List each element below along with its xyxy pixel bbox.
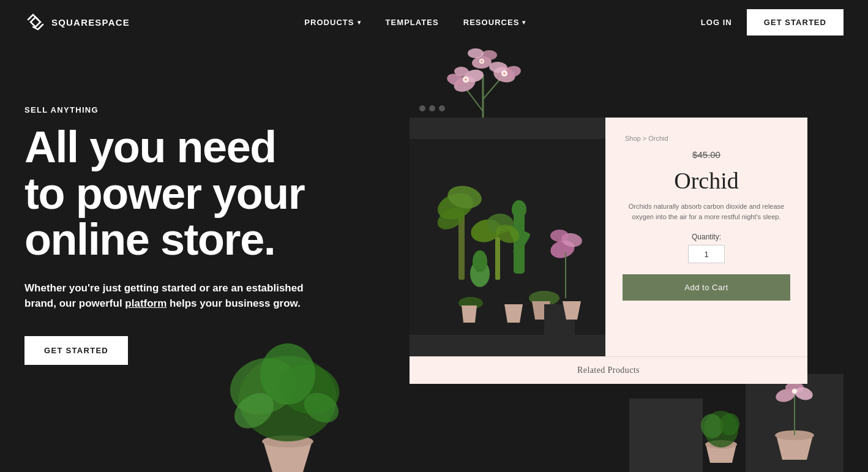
- nav-products[interactable]: PRODUCTS ▾: [304, 18, 361, 27]
- nav-center: PRODUCTS ▾ TEMPLATES RESOURCES ▾: [304, 18, 526, 27]
- hero-headline: All you need to power your online store.: [24, 124, 306, 263]
- browser-chrome: [410, 99, 807, 118]
- price-area: $45.00: [692, 149, 720, 163]
- pedestal-center: [629, 399, 703, 472]
- add-to-cart-button[interactable]: Add to Cart: [623, 274, 790, 301]
- brand-name: SQUARESPACE: [51, 17, 130, 28]
- hero-content: SELL ANYTHING All you need to power your…: [24, 105, 306, 365]
- quantity-label: Quantity:: [692, 233, 721, 241]
- nav-templates[interactable]: TEMPLATES: [386, 18, 439, 27]
- get-started-hero-button[interactable]: GET STARTED: [24, 336, 128, 365]
- svg-point-8: [465, 78, 467, 81]
- svg-point-13: [503, 72, 506, 75]
- get-started-nav-button[interactable]: GET STARTED: [747, 9, 844, 36]
- products-chevron-icon: ▾: [357, 19, 361, 26]
- nav-right: LOG IN GET STARTED: [701, 9, 844, 36]
- price-strikethrough: [692, 155, 720, 155]
- svg-point-15: [481, 50, 497, 60]
- product-card-window: Shop > Orchid $45.00 Orchid Orchids natu…: [410, 99, 807, 384]
- plants-group: [410, 118, 605, 356]
- resources-chevron-icon: ▾: [522, 19, 526, 26]
- browser-dot-2: [429, 105, 435, 111]
- svg-point-18: [481, 60, 483, 62]
- squarespace-logo-icon: [24, 11, 47, 33]
- quantity-input[interactable]: [688, 245, 725, 263]
- hero-section: SELL ANYTHING All you need to power your…: [0, 44, 868, 472]
- product-image: [410, 118, 605, 356]
- browser-dot-1: [419, 105, 425, 111]
- svg-point-58: [550, 230, 569, 242]
- svg-rect-52: [495, 237, 500, 280]
- product-price: $45.00: [692, 149, 720, 160]
- svg-point-43: [512, 200, 526, 219]
- nav-resources[interactable]: RESOURCES ▾: [463, 18, 526, 27]
- svg-point-47: [473, 250, 487, 272]
- svg-marker-64: [462, 305, 477, 323]
- svg-point-16: [468, 48, 484, 58]
- pot-right-2: [697, 392, 746, 472]
- navbar: SQUARESPACE PRODUCTS ▾ TEMPLATES RESOURC…: [0, 0, 868, 44]
- login-button[interactable]: LOG IN: [701, 18, 732, 27]
- product-info: Shop > Orchid $45.00 Orchid Orchids natu…: [605, 118, 807, 356]
- svg-point-35: [792, 389, 797, 394]
- product-card: Shop > Orchid $45.00 Orchid Orchids natu…: [410, 118, 807, 356]
- related-products-bar: Related Products: [410, 356, 807, 384]
- product-description: Orchids naturally absorb carbon dioxide …: [623, 201, 790, 222]
- breadcrumb: Shop > Orchid: [623, 135, 668, 142]
- svg-marker-62: [504, 304, 523, 323]
- brand-area: SQUARESPACE: [24, 11, 130, 33]
- svg-line-2: [483, 78, 501, 99]
- hero-subtext: Whether you're just getting started or a…: [24, 280, 306, 312]
- product-name: Orchid: [674, 167, 739, 194]
- platform-link[interactable]: platform: [125, 298, 166, 309]
- hero-tag: SELL ANYTHING: [24, 105, 306, 114]
- browser-dot-3: [439, 105, 445, 111]
